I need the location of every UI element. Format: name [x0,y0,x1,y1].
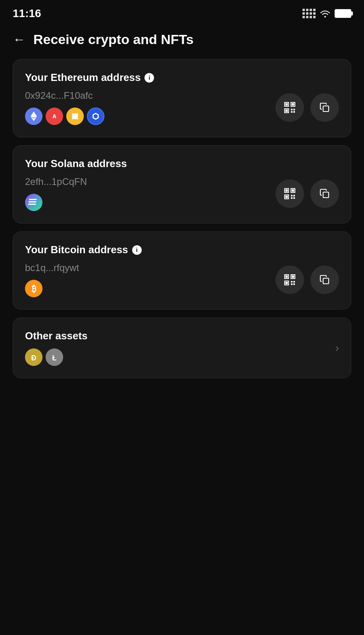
bitcoin-address: bc1q...rfqywt [25,262,79,273]
svg-rect-20 [293,111,295,113]
bitcoin-copy-button[interactable] [310,266,339,294]
doge-token-icon: Ð [25,348,42,366]
other-assets-inner: Other assets Ð Ł [25,330,339,366]
svg-rect-24 [28,201,37,202]
status-time: 11:16 [13,7,41,20]
svg-text:A: A [52,113,56,119]
copy-icon [320,189,330,199]
solana-copy-button[interactable] [310,179,339,208]
ethereum-info-icon[interactable]: i [144,73,154,83]
svg-rect-27 [285,189,288,192]
battery-icon [335,9,351,18]
other-assets-title: Other assets [25,330,88,342]
svg-rect-31 [285,196,288,198]
solana-card: Your Solana address 2efh...1pCqFN [13,145,351,223]
solana-card-left: 2efh...1pCqFN [25,176,87,211]
svg-rect-34 [291,197,293,199]
eth-token-icon [25,108,42,125]
copy-icon [320,275,330,285]
copy-icon [320,102,330,113]
page-title: Receive crypto and NFTs [33,32,194,47]
chevron-right-icon: › [335,342,339,354]
bitcoin-card: Your Bitcoin address i bc1q...rfqywt ₿ [13,231,351,310]
solana-card-body: 2efh...1pCqFN [25,176,339,211]
svg-text:Ł: Ł [52,354,57,362]
cards-container: Your Ethereum address i 0x924c...F10afc [0,59,364,391]
wifi-icon [320,10,331,17]
svg-rect-36 [323,192,329,198]
svg-text:Ð: Ð [31,354,37,362]
bitcoin-token-icons: ₿ [25,280,79,297]
svg-rect-19 [291,111,293,113]
bitcoin-info-icon[interactable]: i [132,245,142,255]
ethereum-card-body: 0x924c...F10afc A [25,90,339,125]
link-token-icon [87,108,104,125]
svg-rect-12 [285,103,288,106]
bitcoin-card-body: bc1q...rfqywt ₿ [25,262,339,297]
qr-icon [284,102,296,114]
bitcoin-card-left: bc1q...rfqywt ₿ [25,262,79,297]
svg-rect-33 [293,195,295,196]
solana-token-icons [25,194,87,211]
svg-rect-42 [292,275,294,278]
svg-rect-47 [291,283,293,285]
header: ← Receive crypto and NFTs [0,24,364,59]
svg-rect-46 [293,281,295,283]
bnb-token-icon [66,108,84,125]
btc-token-icon: ₿ [25,280,42,297]
back-button[interactable]: ← [13,32,25,47]
svg-rect-40 [285,275,288,278]
other-assets-token-icons: Ð Ł [25,348,88,366]
status-icons [302,9,351,18]
status-bar: 11:16 [0,0,364,24]
solana-qr-button[interactable] [275,179,304,208]
arb-token-icon: A [46,108,63,125]
solana-actions [275,179,339,208]
svg-rect-49 [323,278,329,284]
bitcoin-card-title: Your Bitcoin address [25,244,128,256]
solana-address: 2efh...1pCqFN [25,176,87,187]
qr-icon [284,188,296,200]
svg-point-10 [88,108,104,124]
ltc-token-icon: Ł [46,348,63,366]
svg-rect-14 [292,103,294,106]
svg-text:₿: ₿ [32,284,36,294]
svg-rect-45 [291,281,293,283]
ethereum-address: 0x924c...F10afc [25,90,104,101]
svg-rect-44 [285,282,288,284]
qr-icon [284,274,296,286]
svg-rect-18 [293,109,295,110]
svg-rect-35 [293,197,295,199]
svg-marker-0 [31,112,37,118]
svg-rect-16 [285,110,288,112]
other-assets-card[interactable]: Other assets Ð Ł [13,318,351,378]
ethereum-card: Your Ethereum address i 0x924c...F10afc [13,59,351,137]
bitcoin-card-header: Your Bitcoin address i [25,244,339,256]
ethereum-token-icons: A [25,108,104,125]
svg-rect-17 [291,109,293,110]
svg-rect-32 [291,195,293,196]
svg-rect-48 [293,283,295,285]
svg-rect-23 [29,199,37,200]
ethereum-qr-button[interactable] [275,93,304,122]
ethereum-actions [275,93,339,122]
ethereum-copy-button[interactable] [310,93,339,122]
ethereum-card-left: 0x924c...F10afc A [25,90,104,125]
other-assets-left: Other assets Ð Ł [25,330,88,366]
solana-card-title: Your Solana address [25,158,127,170]
signal-icon [302,9,316,18]
svg-rect-25 [28,204,36,205]
sol-token-icon [25,194,42,211]
svg-rect-21 [323,106,329,112]
solana-card-header: Your Solana address [25,158,339,170]
bitcoin-qr-button[interactable] [275,266,304,294]
bitcoin-actions [275,266,339,294]
ethereum-card-title: Your Ethereum address [25,71,141,84]
svg-rect-29 [292,189,294,192]
ethereum-card-header: Your Ethereum address i [25,71,339,84]
